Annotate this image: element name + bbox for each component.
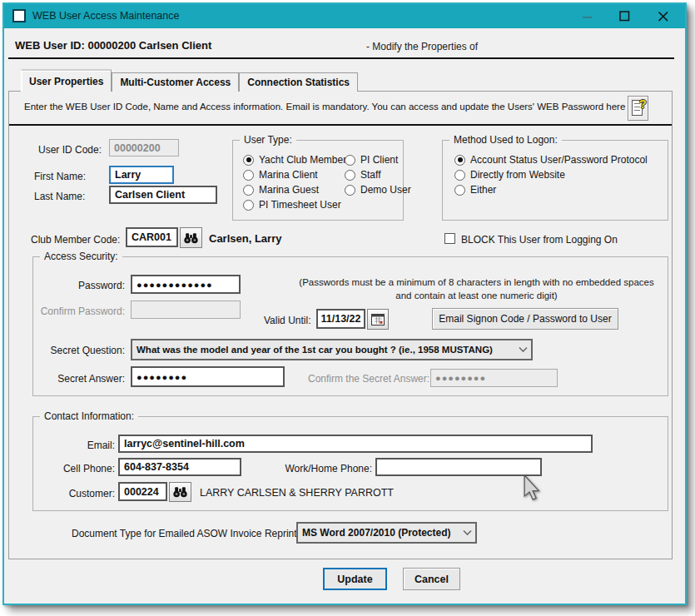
chevron-down-icon [519,347,528,353]
maximize-button[interactable] [610,4,638,28]
access-security-group: Access Security: Password: ●●●●●●●●●●●● … [32,256,668,396]
logon-method-legend: Method Used to Logon: [449,134,562,146]
last-name-label: Last Name: [34,191,85,202]
secret-answer-label: Secret Answer: [42,373,125,385]
radio-staff[interactable]: Staff [345,169,380,181]
tab-user-properties[interactable]: User Properties [21,69,112,92]
contact-information-legend: Contact Information: [40,410,138,422]
chevron-down-icon [463,530,472,536]
password-label: Password: [33,280,125,291]
binoculars-icon [172,486,188,498]
radio-icon [345,170,355,181]
radio-icon [454,170,465,181]
confirm-secret-answer-label: Confirm the Secret Answer: [308,373,424,385]
radio-icon [243,185,254,196]
document-type-label: Document Type for Emailed ASOW Invoice R… [72,528,290,539]
customer-label: Customer: [33,488,115,499]
valid-until-field[interactable]: 11/13/22 [316,309,365,329]
minimize-button[interactable] [573,4,602,28]
email-signon-button[interactable]: Email Signon Code / Password to User [432,308,618,330]
header-separator [8,57,674,59]
cell-phone-label: Cell Phone: [33,463,115,474]
club-member-code-label: Club Member Code: [31,234,120,246]
cancel-button[interactable]: Cancel [403,568,460,590]
last-name-field[interactable]: Carlsen Client [109,186,217,204]
radio-marina-guest[interactable]: Marina Guest [243,184,319,196]
password-field[interactable]: ●●●●●●●●●●●● [131,275,241,294]
radio-either[interactable]: Either [454,184,496,196]
work-home-phone-label: Work/Home Phone: [279,463,372,474]
radio-pi-client[interactable]: PI Client [345,154,398,166]
radio-icon [345,185,355,196]
mouse-cursor [522,475,540,500]
customer-display-name: LARRY CARLSEN & SHERRY PARROTT [200,487,394,499]
radio-yacht-club-member[interactable]: Yacht Club Member [243,154,346,166]
secret-answer-field[interactable]: ●●●●●●●● [131,366,285,387]
club-member-code-field[interactable]: CAR001 [126,227,178,247]
tab-connection-statistics[interactable]: Connection Statistics [239,72,358,92]
email-field[interactable]: larryc@sentinel-hill.com [118,435,593,453]
radio-demo-user[interactable]: Demo User [345,184,411,196]
first-name-label: First Name: [34,171,86,182]
radio-icon [243,155,254,166]
block-user-checkbox[interactable] [444,233,455,244]
radio-icon [345,155,355,166]
radio-icon [454,155,465,166]
radio-marina-client[interactable]: Marina Client [243,169,318,181]
user-properties-panel: Enter the WEB User ID Code, Name and Acc… [8,91,673,559]
secret-question-dropdown[interactable]: What was the model and year of the 1st c… [131,339,533,360]
document-type-dropdown[interactable]: MS Word 2007/2010 (Protected) [296,522,477,544]
customer-lookup-button[interactable] [169,482,191,502]
contact-information-group: Contact Information: Email: larryc@senti… [32,416,668,511]
email-label: Email: [33,440,115,451]
secret-question-label: Secret Question: [42,345,125,356]
instruction-text: Enter the WEB User ID Code, Name and Acc… [24,102,647,112]
user-id-code-field: 00000200 [109,139,179,156]
maximize-icon [619,11,630,22]
password-note: (Passwords must be a minimum of 8 charac… [279,276,674,302]
window-title: WEB User Access Maintenance [32,4,179,28]
help-question-icon: ? [639,97,647,111]
radio-icon [243,170,254,181]
modify-properties-text: - Modify the Properties of [366,41,478,52]
minimize-icon [583,12,593,22]
valid-until-label: Valid Until: [264,315,310,326]
update-button[interactable]: Update [323,568,387,590]
club-member-display-name: Carlsen, Larry [209,232,281,245]
radio-account-status-protocol[interactable]: Account Status User/Password Protocol [454,154,648,166]
help-button[interactable]: ? [628,96,648,121]
dialog-window: WEB User Access Maintenance WEB User ID:… [2,2,687,605]
user-id-header: WEB User ID: 00000200 Carlsen Client [15,39,211,52]
cell-phone-field[interactable]: 604-837-8354 [118,458,241,476]
app-icon [12,9,26,22]
first-name-field[interactable]: Larry [109,166,174,184]
title-bar: WEB User Access Maintenance [4,4,685,28]
user-type-group: User Type: Yacht Club Member Marina Clie… [232,140,404,221]
confirm-secret-answer-field: ●●●●●●●● [430,369,558,387]
logon-method-group: Method Used to Logon: Account Status Use… [442,140,668,221]
user-id-code-label: User ID Code: [38,144,102,156]
instruction-separator [9,124,672,126]
radio-icon [243,200,254,211]
close-button[interactable] [649,4,678,28]
tab-bar: User Properties Multi-Customer Access Co… [21,69,358,92]
calendar-button[interactable] [367,309,389,330]
club-member-lookup-button[interactable] [180,227,202,248]
confirm-password-field [131,301,241,319]
radio-directly-from-website[interactable]: Directly from Website [454,169,565,181]
block-user-label: BLOCK This User from Logging On [461,234,618,246]
calendar-icon [371,313,385,325]
radio-icon [454,185,465,196]
confirm-password-label: Confirm Password: [33,306,125,317]
customer-field[interactable]: 000224 [118,482,167,501]
user-type-legend: User Type: [240,134,296,146]
tab-multi-customer-access[interactable]: Multi-Customer Access [112,72,239,92]
binoculars-icon [183,232,199,244]
radio-pi-timesheet-user[interactable]: PI Timesheet User [243,199,341,211]
work-home-phone-field[interactable] [375,458,542,476]
access-security-legend: Access Security: [40,251,122,262]
close-icon [658,11,669,22]
